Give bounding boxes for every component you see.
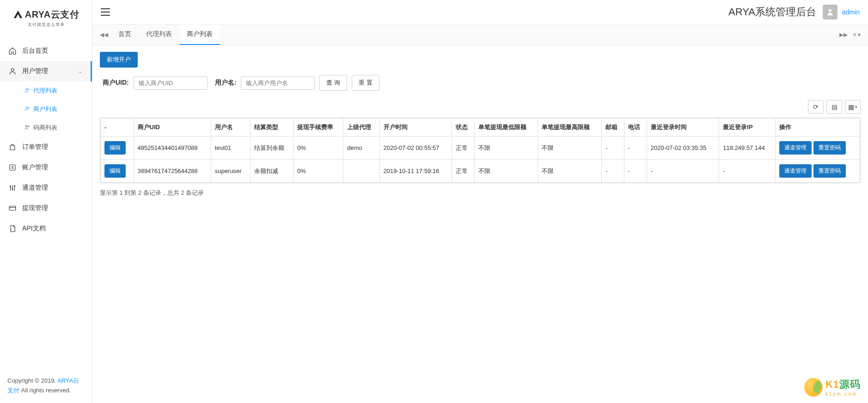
users-icon xyxy=(24,87,31,95)
nav-item-home[interactable]: 后台首页 xyxy=(0,41,92,61)
nav-sub-item[interactable]: 代理列表 xyxy=(19,81,92,100)
cell: 结算到余额 xyxy=(250,136,293,160)
logo-icon xyxy=(13,10,23,20)
brand-tagline: 支付就是这么简单 xyxy=(6,22,86,28)
nav-item-bag[interactable]: 订单管理 xyxy=(0,137,92,157)
cell: - xyxy=(719,160,776,183)
nav: 后台首页用户管理⌄代理列表商户列表码商列表订单管理$账户管理通道管理提现管理AP… xyxy=(0,31,92,369)
cell: 118.249.57.144 xyxy=(719,136,776,160)
tabs-scroll-right-icon[interactable]: ▶▶ xyxy=(837,28,850,42)
cell: 不限 xyxy=(538,136,602,160)
svg-point-13 xyxy=(829,9,831,12)
add-merchant-button[interactable]: 新增开户 xyxy=(100,52,138,68)
svg-point-5 xyxy=(26,125,28,127)
column-header[interactable]: 用户名 xyxy=(211,118,250,136)
cell: demo xyxy=(343,136,379,160)
svg-point-2 xyxy=(28,88,30,90)
nav-item-sliders[interactable]: 通道管理 xyxy=(0,178,92,198)
nav-label: 通道管理 xyxy=(22,184,84,192)
system-title: ARYA系统管理后台 xyxy=(728,5,816,19)
column-header[interactable]: 开户时间 xyxy=(379,118,452,136)
table: -商户UID用户名结算类型提现手续费率上级代理开户时间状态单笔提现最低限额单笔提… xyxy=(100,118,861,183)
row-action-button[interactable]: 通道管理 xyxy=(779,141,812,155)
cell: 不限 xyxy=(538,160,602,183)
column-header[interactable]: 邮箱 xyxy=(601,118,624,136)
nav-item-dollar[interactable]: $账户管理 xyxy=(0,157,92,178)
users-icon xyxy=(24,105,31,113)
doc-icon xyxy=(8,224,17,233)
edit-button[interactable]: 编辑 xyxy=(104,141,126,155)
sliders-icon xyxy=(8,184,17,192)
column-header[interactable]: 最近登录IP xyxy=(719,118,776,136)
tab-0[interactable]: 首页 xyxy=(111,25,139,45)
cell: - xyxy=(647,160,719,183)
filter-username-label: 用户名: xyxy=(215,79,237,87)
home-icon xyxy=(8,47,17,55)
row-action-button[interactable]: 重置密码 xyxy=(813,141,846,155)
watermark: K1源码 k1ym.com xyxy=(804,378,861,397)
cell: - xyxy=(624,160,647,183)
column-header[interactable]: 商户UID xyxy=(134,118,211,136)
bag-icon xyxy=(8,143,17,151)
filter-row: 商户UID: 用户名: 查 询 重 置 xyxy=(100,75,861,91)
cell: 正常 xyxy=(452,136,475,160)
column-header[interactable]: 电话 xyxy=(624,118,647,136)
main: ARYA系统管理后台 admin ◀◀ 首页代理列表商户列表 ▶▶ ≡ ▾ 新增… xyxy=(92,0,868,403)
toggle-card-icon[interactable]: ▤ xyxy=(826,100,842,114)
nav-sub-label: 码商列表 xyxy=(33,124,57,132)
cell: 2020-07-02 00:55:57 xyxy=(379,136,452,160)
column-header[interactable]: 最近登录时间 xyxy=(647,118,719,136)
column-header[interactable]: 上级代理 xyxy=(343,118,379,136)
columns-icon[interactable]: ▦▾ xyxy=(845,100,861,114)
cell: - xyxy=(624,136,647,160)
edit-button[interactable]: 编辑 xyxy=(104,164,126,178)
cell: 通道管理 重置密码 xyxy=(776,160,860,183)
row-action-button[interactable]: 通道管理 xyxy=(779,164,812,178)
avatar[interactable] xyxy=(823,5,837,19)
column-header[interactable]: 结算类型 xyxy=(250,118,293,136)
cell: 0% xyxy=(293,136,343,160)
chevron-down-icon: ⌄ xyxy=(78,68,82,74)
nav-item-user[interactable]: 用户管理⌄ xyxy=(0,61,92,81)
cell: - xyxy=(601,136,624,160)
filter-username-input[interactable] xyxy=(241,76,315,90)
reset-button[interactable]: 重 置 xyxy=(352,75,379,91)
column-header[interactable]: 状态 xyxy=(452,118,475,136)
logo: ARYA云支付 支付就是这么简单 xyxy=(0,0,92,31)
users-icon xyxy=(24,124,31,132)
tab-1[interactable]: 代理列表 xyxy=(139,25,179,45)
refresh-icon[interactable]: ⟳ xyxy=(808,100,824,114)
nav-item-withdraw[interactable]: 提现管理 xyxy=(0,198,92,218)
user-link[interactable]: admin xyxy=(842,8,860,16)
nav-label: 用户管理 xyxy=(22,67,73,75)
query-button[interactable]: 查 询 xyxy=(319,75,347,91)
tabs-scroll-left-icon[interactable]: ◀◀ xyxy=(97,28,111,42)
cell: 通道管理 重置密码 xyxy=(776,136,860,160)
nav-item-doc[interactable]: API文档 xyxy=(0,218,92,239)
column-header[interactable]: 单笔提现最高限额 xyxy=(538,118,602,136)
column-header[interactable]: 操作 xyxy=(776,118,860,136)
watermark-k1: K1 xyxy=(825,378,839,390)
column-header[interactable]: 提现手续费率 xyxy=(293,118,343,136)
tab-2[interactable]: 商户列表 xyxy=(179,25,220,45)
copyright-prefix: Copyright © 2019. xyxy=(7,377,57,384)
tabs-menu-icon[interactable]: ≡ ▾ xyxy=(850,28,863,42)
menu-toggle-icon[interactable] xyxy=(101,8,110,16)
nav-label: API文档 xyxy=(22,224,84,233)
cell: test01 xyxy=(211,136,250,160)
nav-sub-item[interactable]: 商户列表 xyxy=(19,100,92,118)
withdraw-icon xyxy=(8,204,17,212)
column-header[interactable]: - xyxy=(101,118,134,136)
brand-name: ARYA云支付 xyxy=(25,8,79,21)
dollar-icon: $ xyxy=(8,163,17,172)
nav-sub-item[interactable]: 码商列表 xyxy=(19,118,92,137)
column-header[interactable]: 单笔提现最低限额 xyxy=(474,118,538,136)
svg-point-11 xyxy=(14,186,15,187)
cell: 编辑 xyxy=(101,136,134,160)
cell: superuser xyxy=(211,160,250,183)
svg-point-0 xyxy=(11,68,14,71)
filter-uid-input[interactable] xyxy=(134,76,208,90)
watermark-ball-icon xyxy=(804,378,823,397)
row-action-button[interactable]: 重置密码 xyxy=(813,164,846,178)
filter-uid-label: 商户UID: xyxy=(103,79,129,87)
